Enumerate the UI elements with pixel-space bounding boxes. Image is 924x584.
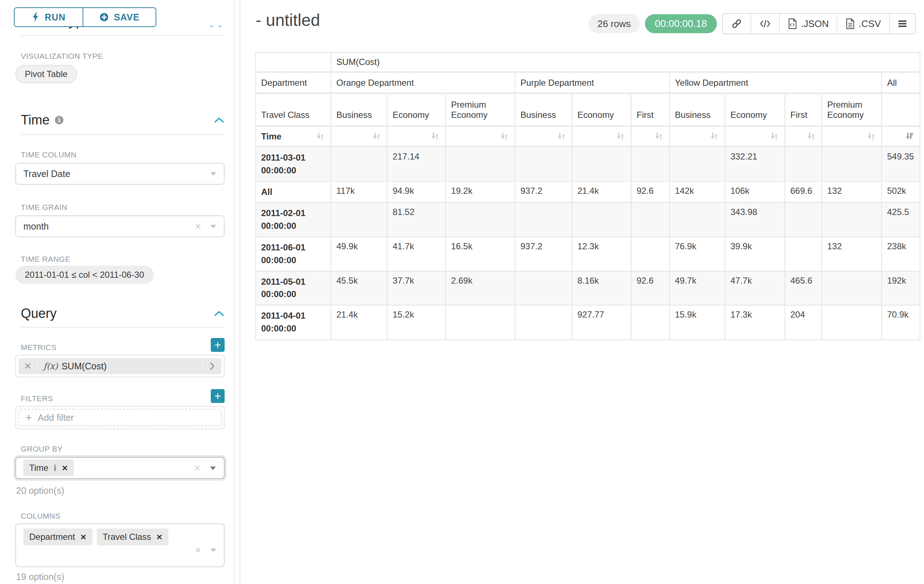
clear-icon[interactable]: × (195, 221, 201, 232)
column-sort-header[interactable] (822, 127, 882, 148)
save-button[interactable]: SAVE (83, 8, 155, 26)
column-sort-header[interactable] (725, 127, 785, 148)
metric-expand-chevron[interactable] (202, 358, 221, 374)
sort-toggle-icon[interactable] (372, 132, 382, 141)
run-button[interactable]: RUN (15, 8, 83, 26)
chip-label: Time (29, 463, 48, 473)
row-header-time: 2011-06-0100:00:00 (255, 237, 331, 271)
time-column-select[interactable]: Travel Date (15, 163, 224, 185)
clear-icon[interactable]: × (194, 462, 201, 474)
pivot-sort-row: Time (255, 127, 920, 148)
pivot-value-cell: 92.6 (632, 182, 670, 203)
add-filter-dropzone[interactable]: + Add filter (18, 409, 222, 426)
column-sort-header[interactable] (331, 127, 388, 148)
export-button-group: .JSON .CSV (722, 13, 916, 34)
add-metric-button[interactable]: + (211, 338, 224, 352)
sort-toggle-icon[interactable] (315, 132, 325, 141)
pivot-value-cell: 49.7k (670, 271, 725, 306)
pivot-value-cell: 2.69k (446, 271, 515, 306)
time-grain-select[interactable]: month × (15, 216, 224, 237)
chip-label: Travel Class (102, 532, 151, 542)
sort-toggle-icon[interactable] (866, 132, 876, 141)
chip-remove-icon[interactable]: ✕ (156, 533, 163, 541)
pivot-value-cell: 549.35 (882, 148, 920, 182)
pivot-value-cell: 81.52 (388, 203, 446, 237)
visualization-type-label: VISUALIZATION TYPE (21, 52, 103, 61)
travel-class-header: First (785, 94, 822, 127)
metrics-label: METRICS (21, 343, 57, 352)
clear-icon[interactable]: × (195, 545, 201, 556)
column-sort-header[interactable] (572, 127, 632, 148)
caret-down-icon (209, 466, 216, 470)
caret-down-icon (210, 548, 216, 552)
travel-class-header: Premium Economy (446, 94, 515, 127)
svg-text:i: i (58, 117, 60, 124)
more-menu-button[interactable] (890, 14, 915, 34)
pivot-data-row: 2011-05-0100:00:0045.5k37.7k2.69k8.16k92… (255, 271, 920, 306)
sort-toggle-icon[interactable] (557, 132, 566, 141)
embed-code-button[interactable] (751, 14, 780, 34)
columns-select[interactable]: Department ✕ Travel Class ✕ × (15, 523, 224, 567)
export-csv-label: .CSV (859, 18, 881, 30)
file-csv-icon (845, 18, 855, 29)
sort-toggle-icon[interactable] (710, 132, 719, 141)
sort-toggle-icon[interactable] (500, 132, 510, 141)
time-sort-header[interactable]: Time (255, 127, 331, 148)
department-header: Orange Department (331, 73, 515, 94)
pivot-value-cell: 41.7k (388, 237, 446, 271)
sort-toggle-icon[interactable] (807, 132, 816, 141)
export-json-button[interactable]: .JSON (780, 14, 838, 34)
column-sort-header[interactable] (515, 127, 572, 148)
columns-chip-department[interactable]: Department ✕ (23, 528, 92, 545)
visualization-type-pill[interactable]: Pivot Table (15, 65, 77, 83)
pivot-value-cell (822, 203, 882, 237)
sort-toggle-icon[interactable] (430, 132, 440, 141)
link-icon (731, 18, 742, 30)
chart-title[interactable]: - untitled (256, 10, 320, 30)
chip-remove-icon[interactable]: ✕ (62, 464, 68, 472)
columns-chip-travel-class[interactable]: Travel Class ✕ (97, 528, 168, 545)
pivot-value-cell: 16.5k (446, 237, 515, 271)
export-csv-button[interactable]: .CSV (837, 14, 890, 34)
metric-name: SUM(Cost) (61, 361, 107, 372)
pivot-value-cell: 927.77 (572, 306, 632, 341)
time-grain-label: TIME GRAIN (21, 203, 68, 212)
copy-link-button[interactable] (723, 14, 751, 34)
add-filter-button[interactable]: + (211, 389, 224, 403)
sort-toggle-icon[interactable] (769, 132, 779, 141)
pivot-value-cell: 21.4k (572, 182, 632, 203)
column-sort-header[interactable] (670, 127, 725, 148)
travel-class-header (882, 94, 920, 127)
column-sort-header[interactable] (388, 127, 446, 148)
pivot-dimension-label: Department (255, 73, 331, 94)
group-by-options-hint: 20 option(s) (16, 485, 64, 496)
column-sort-header[interactable] (632, 127, 670, 148)
sort-toggle-icon[interactable] (654, 132, 664, 141)
pivot-value-cell: 15.2k (388, 306, 446, 341)
file-json-icon (788, 18, 797, 29)
sort-desc-active-icon[interactable] (905, 132, 914, 141)
chip-remove-icon[interactable]: ✕ (80, 533, 87, 541)
pivot-class-row: Travel ClassBusinessEconomyPremium Econo… (255, 94, 920, 127)
remove-metric-icon[interactable]: ✕ (19, 360, 38, 372)
row-count-badge: 26 rows (588, 14, 640, 33)
panel-divider[interactable] (239, 0, 240, 584)
group-by-chip-time[interactable]: Time i ✕ (23, 459, 74, 476)
lightning-icon (31, 12, 40, 22)
collapse-chevron-up-icon[interactable] (214, 310, 224, 317)
pivot-value-cell (785, 203, 822, 237)
time-range-pill[interactable]: 2011-01-01 ≤ col < 2011-06-30 (15, 266, 154, 284)
pivot-value-cell: 8.16k (572, 271, 632, 306)
column-sort-header[interactable] (446, 127, 515, 148)
pivot-metric-row: SUM(Cost) (255, 53, 920, 73)
chevron-right-icon (210, 362, 215, 370)
pivot-value-cell: 332.21 (725, 148, 785, 182)
pivot-value-cell (632, 237, 670, 271)
column-sort-header[interactable] (882, 127, 920, 148)
column-sort-header[interactable] (785, 127, 822, 148)
sort-toggle-icon[interactable] (616, 132, 625, 141)
group-by-select[interactable]: Time i ✕ × (15, 457, 224, 479)
metric-chip[interactable]: ✕ ƒ(x) SUM(Cost) (19, 358, 221, 374)
pivot-value-cell: 21.4k (331, 306, 388, 341)
collapse-chevron-up-icon[interactable] (214, 117, 224, 124)
